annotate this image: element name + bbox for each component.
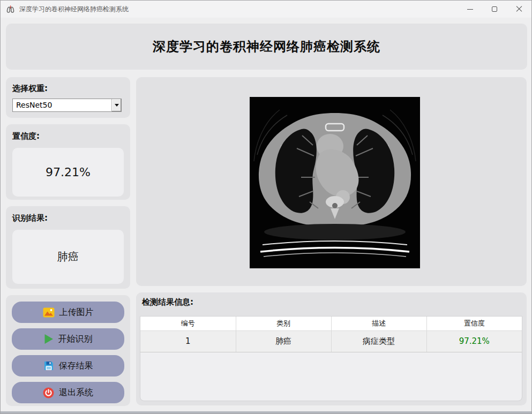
results-table: 编号 类别 描述 置信度 1 肺癌 病症类型 97.21% [140,317,522,352]
results-table-container: 编号 类别 描述 置信度 1 肺癌 病症类型 97.21% [140,316,522,401]
ct-scan-image [250,97,420,268]
power-icon [43,387,54,398]
close-icon [516,6,522,12]
confidence-value: 97.21% [12,148,124,197]
header-panel: 深度学习的卷积神经网络肺癌检测系统 [6,24,527,70]
col-header-no: 编号 [140,317,236,330]
exit-system-label: 退出系统 [59,387,93,398]
result-value: 肺癌 [12,230,124,284]
exit-system-button[interactable]: 退出系统 [12,382,124,403]
cell-description: 病症类型 [331,330,426,352]
window-bottom-edge [1,411,531,413]
detection-results-label: 检测结果信息: [142,297,193,307]
cell-confidence: 97.21% [426,330,522,352]
chevron-down-icon [115,104,119,107]
save-results-label: 保存结果 [59,360,93,372]
window-title: 深度学习的卷积神经网络肺癌检测系统 [19,5,129,14]
minimize-button[interactable] [458,1,482,18]
save-results-button[interactable]: 保存结果 [12,355,124,377]
cell-no: 1 [140,330,236,352]
start-recognition-button[interactable]: 开始识别 [12,328,124,350]
weights-dropdown-value: ResNet50 [13,99,111,111]
col-header-category: 类别 [236,317,331,330]
image-upload-icon [43,307,55,318]
play-icon [44,334,54,344]
page-title: 深度学习的卷积神经网络肺癌检测系统 [153,38,380,55]
upload-image-label: 上传图片 [59,307,94,318]
maximize-icon [492,6,497,12]
actions-panel: 上传图片 开始识别 保存结果 退出 [6,295,130,406]
weight-select-label: 选择权重: [12,84,124,94]
titlebar[interactable]: 深度学习的卷积神经网络肺癌检测系统 [1,1,531,18]
weights-dropdown-arrow-button[interactable] [111,99,121,111]
app-lungs-icon [5,4,16,14]
maximize-button[interactable] [482,1,507,18]
col-header-description: 描述 [331,317,426,330]
minimize-icon [467,9,473,10]
app-window: 深度学习的卷积神经网络肺癌检测系统 深度学习的卷积神经网络肺癌检测系统 选择权重… [0,0,532,414]
start-recognition-label: 开始识别 [58,334,93,345]
table-row[interactable]: 1 肺癌 病症类型 97.21% [140,330,522,352]
upload-image-button[interactable]: 上传图片 [12,302,124,323]
confidence-label: 置信度: [12,131,124,141]
close-button[interactable] [507,1,531,18]
save-floppy-icon [43,360,54,371]
weight-select-panel: 选择权重: ResNet50 [6,77,130,118]
cell-category: 肺癌 [236,330,331,352]
col-header-confidence: 置信度 [426,317,522,330]
results-table-header-row: 编号 类别 描述 置信度 [140,317,522,330]
window-controls [458,1,531,18]
confidence-panel: 置信度: 97.21% [6,124,130,200]
result-panel: 识别结果: 肺癌 [6,206,130,289]
detection-results-panel: 检测结果信息: 编号 类别 描述 置信度 1 肺癌 病症类型 9 [136,292,527,405]
weights-dropdown[interactable]: ResNet50 [12,99,122,112]
result-label: 识别结果: [12,213,124,223]
image-display-panel [136,77,527,286]
